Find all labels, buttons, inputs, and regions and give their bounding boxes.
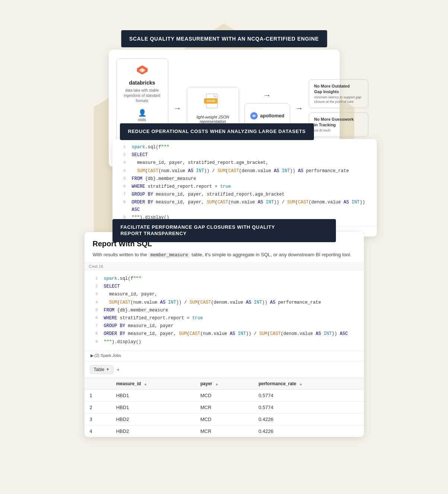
data-table-container: measure_id ▲ payer ▲ performance_rate ▲ <box>85 378 364 437</box>
spark-jobs-report: ▶ (2) Spark Jobs <box>85 351 364 361</box>
table-toolbar: Table ▼ + <box>85 361 364 378</box>
json-badge: JSON <box>204 98 218 104</box>
results-table: measure_id ▲ payer ▲ performance_rate ▲ <box>85 378 364 437</box>
cell-payer: MCD <box>195 389 253 401</box>
sort-payer-icon: ▲ <box>215 382 219 386</box>
apollomed-box: apollomed <box>244 103 290 126</box>
section-label-2: REDUCE OPERATIONAL COSTS WHEN ANALYZING … <box>120 123 314 140</box>
report-code-snippet: member_measure <box>148 252 190 258</box>
no-guesswork-box: No More Guessworkin Tracking via BI tool… <box>309 113 368 137</box>
section-label-3: FACILITATE PERFORMANCE GAP CLOSURES WITH… <box>112 219 336 242</box>
no-outdated-box: No More OutdatedGap Insights minimize la… <box>309 79 368 108</box>
col-header-performance-rate[interactable]: performance_rate ▲ <box>253 378 363 389</box>
table-button-label: Table <box>94 367 105 372</box>
databricks-desc: data lake with stable ingestions of stan… <box>120 88 164 104</box>
report-description: With results written to the member_measu… <box>93 251 356 259</box>
table-view-button[interactable]: Table ▼ <box>90 365 114 374</box>
col-header-measure-id[interactable]: measure_id ▲ <box>111 378 195 389</box>
arrow-2-icon: → <box>263 91 271 100</box>
report-code-line-9: 9 """).display() <box>85 338 364 346</box>
section-label-1: SCALE QUALITY MEASUREMENT WITH AN NCQA-C… <box>121 30 327 47</box>
table-row: 3 HBD2 MCD 0.4226 <box>85 413 364 425</box>
arrow-1-icon: → <box>174 104 182 113</box>
cell-payer: MCD <box>195 413 253 425</box>
cell-performance-rate: 0.4226 <box>253 425 363 437</box>
report-code-line-2: 2 SELECT <box>85 283 364 291</box>
report-code-line-6: 6 WHERE stratified_report.report = true <box>85 314 364 322</box>
code-line-6: 6 WHERE stratified_report.report = true <box>112 183 377 191</box>
table-row: 2 HBD1 MCR 0.5774 <box>85 401 364 413</box>
code-line-7: 7 GROUP BY measure_id, payer, stratified… <box>112 191 377 199</box>
row-num: 3 <box>85 413 111 425</box>
table-row: 1 HBD1 MCD 0.5774 <box>85 389 364 401</box>
row-num: 1 <box>85 389 111 401</box>
cell-performance-rate: 0.4226 <box>253 413 363 425</box>
databricks-label: databricks <box>129 80 155 86</box>
visits-icon: 👤 <box>138 109 146 117</box>
cell-performance-rate: 0.5774 <box>253 389 363 401</box>
arrow-3-icon: → <box>295 104 304 113</box>
col-header-rownum <box>85 378 111 389</box>
cell-measure-id: HBD2 <box>111 425 195 437</box>
table-row: 4 HBD2 MCR 0.4226 <box>85 425 364 437</box>
row-num: 2 <box>85 401 111 413</box>
code-editor-top: 1 spark.sql(f""" 2 SELECT 3 measure_id, … <box>112 139 377 226</box>
report-code-line-8: 8 ORDER BY measure_id, payer, SUM(CAST(n… <box>85 330 364 338</box>
report-code-line-3: 3 measure_id, payer, <box>85 291 364 298</box>
flow-right-boxes: No More OutdatedGap Insights minimize la… <box>309 79 368 137</box>
cell-measure-id: HBD1 <box>111 389 195 401</box>
report-code-line-4: 4 SUM(CAST(num.value AS INT)) / SUM(CAST… <box>85 299 364 307</box>
apollomed-label: apollomed <box>260 113 285 118</box>
cmd-bar: Cmd 16 <box>85 262 364 270</box>
sort-performance-rate-icon: ▲ <box>299 382 303 386</box>
row-num: 4 <box>85 425 111 437</box>
code-line-2: 2 SELECT <box>112 151 377 159</box>
report-code-line-1: 1 spark.sql(f""" <box>85 275 364 283</box>
cell-performance-rate: 0.5774 <box>253 401 363 413</box>
table-chevron-icon: ▼ <box>106 367 109 371</box>
report-code-line-7: 7 GROUP BY measure_id, payer <box>85 322 364 330</box>
cell-payer: MCR <box>195 401 253 413</box>
code-line-1: 1 spark.sql(f""" <box>112 143 377 151</box>
code-line-4: 4 SUM(CAST(num.value AS INT)) / SUM(CAST… <box>112 167 377 175</box>
cell-measure-id: HBD2 <box>111 413 195 425</box>
apollomed-logo-icon <box>250 112 258 120</box>
code-line-5: 5 FROM {db}.member_measure <box>112 175 377 183</box>
add-table-button[interactable]: + <box>117 367 120 373</box>
flow-item-visits: 👤 visits <box>120 109 164 122</box>
code-editor-report: 1 spark.sql(f""" 2 SELECT 3 measure_id, … <box>85 270 364 351</box>
cell-payer: MCR <box>195 425 253 437</box>
col-header-payer[interactable]: payer ▲ <box>195 378 253 389</box>
report-code-line-5: 5 FROM {db}.member_measure <box>85 307 364 314</box>
json-middle-label: light-weight JSON representation <box>193 115 233 124</box>
cell-measure-id: HBD1 <box>111 401 195 413</box>
sort-measure-id-icon: ▲ <box>144 382 147 386</box>
table-header-row: measure_id ▲ payer ▲ performance_rate ▲ <box>85 378 364 389</box>
code-line-3: 3 measure_id, payer, stratified_report.a… <box>112 159 377 167</box>
databricks-logo-icon <box>136 64 149 77</box>
report-card: Report With SQL With results written to … <box>85 232 364 437</box>
code-line-8: 8 ORDER BY measure_id, payer, SUM(CAST(n… <box>112 199 377 213</box>
